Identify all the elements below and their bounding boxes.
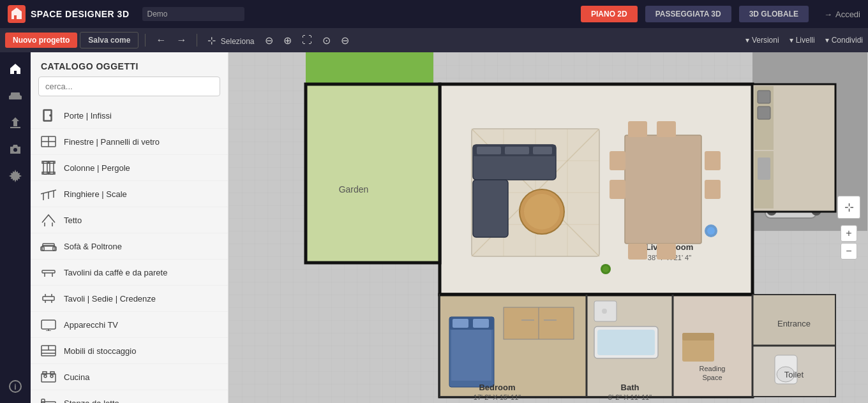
catalog-item-tv[interactable]: Apparecchi TV <box>31 312 228 338</box>
svg-rect-49 <box>50 372 54 374</box>
levels-dropdown[interactable]: ▾ Livelli <box>789 36 815 45</box>
zoom-out-toolbar-button[interactable]: ⊖ <box>261 32 277 49</box>
piano2d-button[interactable]: PIANO 2D <box>581 6 638 22</box>
accedi-button[interactable]: → Accedi <box>824 10 860 19</box>
gear-icon <box>9 170 22 182</box>
svg-text:Bath: Bath <box>621 383 640 392</box>
svg-rect-130 <box>705 151 721 170</box>
svg-rect-136 <box>758 106 770 119</box>
svg-text:i: i <box>14 383 16 392</box>
levels-arrow: ▾ <box>789 36 793 45</box>
passeggiata3d-button[interactable]: PASSEGGIATA 3D <box>645 6 731 22</box>
zoom-in-button[interactable]: + <box>841 225 857 242</box>
tv-label: Apparecchi TV <box>64 320 118 330</box>
svg-rect-48 <box>43 372 47 374</box>
minus-button[interactable]: ⊖ <box>337 32 353 49</box>
bed-icon <box>40 396 57 403</box>
svg-rect-128 <box>610 151 625 170</box>
main-layout: i CATALOGO OGGETTI Porte | Infissi <box>0 52 868 403</box>
svg-rect-129 <box>610 180 625 199</box>
railing-icon <box>40 187 57 201</box>
dining-table-icon <box>40 291 57 305</box>
accedi-label: Accedi <box>835 10 860 19</box>
catalog-item-porte[interactable]: Porte | Infissi <box>31 103 228 129</box>
ringhiere-label: Ringhiere | Scale <box>64 189 127 199</box>
catalog-list: Porte | Infissi Finestre | Pannelli di v… <box>31 103 228 403</box>
svg-rect-4 <box>11 92 20 95</box>
svg-point-51 <box>50 375 53 377</box>
toolbar: Nuovo progetto Salva come ← → ⊹ Selezion… <box>0 28 868 52</box>
catalog-item-cucina[interactable]: Cucina <box>31 364 228 390</box>
svg-rect-116 <box>505 147 529 154</box>
svg-rect-79 <box>451 330 491 381</box>
catalog-item-tavolini[interactable]: Tavolini da caffè e da parete <box>31 260 228 286</box>
versions-dropdown[interactable]: ▾ Versioni <box>745 36 779 45</box>
roof-icon <box>40 213 57 227</box>
svg-rect-123 <box>625 135 701 244</box>
svg-text:Reading: Reading <box>700 365 726 372</box>
versions-label: Versioni <box>752 36 779 45</box>
toolbar-separator-1 <box>145 34 146 47</box>
svg-rect-2 <box>9 96 11 99</box>
save-as-button[interactable]: Salva come <box>80 32 138 48</box>
info-icon-button[interactable]: i <box>4 375 27 398</box>
window-icon <box>40 135 57 149</box>
stanza-label: Stanza da letto <box>64 399 119 404</box>
zoom-controls: ⊹ + − <box>837 196 860 260</box>
pan-arrows[interactable]: ⊹ <box>837 196 860 219</box>
share-label: Condividi <box>832 36 863 45</box>
svg-rect-47 <box>41 374 56 382</box>
home-icon-button[interactable] <box>4 57 27 80</box>
camera-button[interactable]: ⊙ <box>318 32 334 49</box>
select-icon: ⊹ <box>207 35 216 46</box>
camera-side-icon-button[interactable] <box>4 138 27 161</box>
zoom-in-toolbar-button[interactable]: ⊕ <box>280 32 296 49</box>
catalog-item-ringhiere[interactable]: Ringhiere | Scale <box>31 181 228 207</box>
select-button[interactable]: ⊹ Seleziona <box>204 32 258 49</box>
svg-text:Toilet: Toilet <box>784 370 804 379</box>
undo-button[interactable]: ← <box>152 32 170 48</box>
svg-rect-95 <box>682 333 714 341</box>
svg-rect-40 <box>41 320 56 329</box>
svg-point-12 <box>50 115 51 116</box>
catalog-item-finestre[interactable]: Finestre | Pannelli di vetro <box>31 129 228 155</box>
svg-rect-31 <box>43 244 54 246</box>
upload-icon-button[interactable] <box>4 111 27 134</box>
search-input[interactable] <box>38 77 220 96</box>
svg-point-50 <box>44 375 47 377</box>
svg-text:17' 2" X 15' 11": 17' 2" X 15' 11" <box>474 393 521 401</box>
catalog-item-colonne[interactable]: Colonne | Pergole <box>31 155 228 181</box>
svg-point-120 <box>524 194 560 230</box>
catalog-item-stanza[interactable]: Stanza da letto <box>31 390 228 403</box>
svg-rect-35 <box>43 297 54 300</box>
svg-text:Garden: Garden <box>339 184 369 194</box>
svg-rect-1 <box>10 94 20 99</box>
camera-icon <box>9 143 22 155</box>
catalog-item-tetto[interactable]: Tetto <box>31 207 228 233</box>
storage-icon <box>40 344 57 358</box>
door-icon <box>40 108 57 122</box>
left-icon-bar: i <box>0 52 31 403</box>
svg-rect-77 <box>453 319 468 328</box>
logo-area: SPACE DESIGNER 3D <box>8 5 130 23</box>
svg-rect-71 <box>306 84 440 263</box>
canvas-area[interactable]: Garden Bedroom 17' 2" X 15' 11" <box>228 52 868 403</box>
fit-screen-button[interactable]: ⛶ <box>298 32 316 48</box>
kitchen-icon <box>40 370 57 384</box>
zoom-out-button[interactable]: − <box>841 243 857 260</box>
porte-label: Porte | Infissi <box>64 111 112 121</box>
svg-rect-124 <box>628 121 647 137</box>
svg-rect-115 <box>477 147 501 154</box>
catalog-item-tavoli[interactable]: Tavoli | Sedie | Credenze <box>31 286 228 312</box>
floorplan-svg: Garden Bedroom 17' 2" X 15' 11" <box>228 52 868 403</box>
globale3d-button[interactable]: 3D GLOBALE <box>739 6 809 22</box>
share-dropdown[interactable]: ▾ Condividi <box>825 36 863 45</box>
settings-icon-button[interactable] <box>4 165 27 187</box>
project-name-input[interactable] <box>142 7 244 21</box>
catalog-item-mobili[interactable]: Mobili di stoccaggio <box>31 338 228 364</box>
redo-button[interactable]: → <box>172 32 190 48</box>
catalog-item-sofa[interactable]: Sofà & Poltrone <box>31 233 228 260</box>
furniture-icon-button[interactable] <box>4 84 27 107</box>
new-project-button[interactable]: Nuovo progetto <box>5 33 77 48</box>
tavolini-label: Tavolini da caffè e da parete <box>64 268 167 277</box>
